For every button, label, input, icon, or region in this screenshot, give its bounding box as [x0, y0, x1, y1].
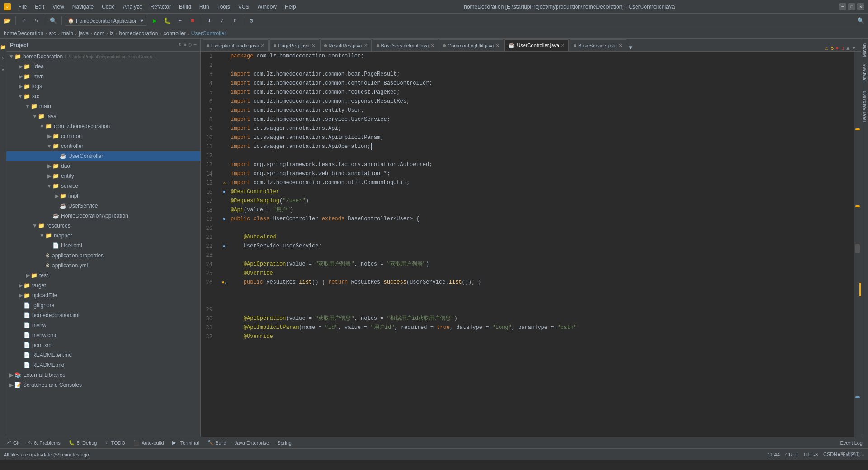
status-files-uptodate[interactable]: All files are up-to-date (59 minutes ago…	[4, 452, 91, 457]
git-update-btn[interactable]: ⬇	[204, 15, 215, 26]
tab-pagereq[interactable]: PageReq.java ✕	[269, 39, 319, 51]
tree-settings-btn[interactable]: ⚙	[189, 42, 192, 48]
problems-tab[interactable]: ⚠ 6: Problems	[24, 438, 64, 448]
tree-app-yml[interactable]: ⚙ application.yml	[6, 261, 200, 271]
tab-usercontroller[interactable]: ☕ UserController.java ✕	[504, 39, 569, 51]
code-content-area[interactable]: package com.lz.homedecoration.controller…	[229, 52, 854, 437]
tree-user-xml[interactable]: 📄 User.xml	[6, 241, 200, 251]
menu-analyze[interactable]: Analyze	[119, 2, 146, 12]
tree-userservice[interactable]: ☕ UserService	[6, 201, 200, 211]
bread-homedecoration[interactable]: homedecoration	[119, 30, 158, 37]
menu-file[interactable]: File	[14, 2, 30, 12]
tree-dao[interactable]: ▶ 📁 dao	[6, 161, 200, 171]
tree-impl[interactable]: ▶ 📁 impl	[6, 191, 200, 201]
editor-scrollbar[interactable]	[854, 52, 861, 437]
git-commit-btn[interactable]: ✓	[217, 15, 227, 26]
tree-mvn[interactable]: ▶ 📁 .mvn	[6, 71, 200, 81]
tree-service[interactable]: ▼ 📁 service	[6, 181, 200, 191]
spring-tab[interactable]: Spring	[274, 438, 295, 448]
tree-app-properties[interactable]: ⚙ application.properties	[6, 251, 200, 261]
menu-vcs[interactable]: VCS	[235, 2, 253, 12]
tree-src[interactable]: ▼ 📁 src	[6, 91, 200, 101]
run-config-selector[interactable]: 🏠 HomeDecorationApplication ▼	[65, 16, 147, 26]
tree-locate-btn[interactable]: ⊕	[178, 42, 181, 48]
close-tab-exceptionhandle[interactable]: ✕	[261, 43, 264, 48]
database-tab[interactable]: Database	[861, 62, 868, 86]
more-tabs-btn[interactable]: ▼	[629, 45, 632, 51]
debug-tab[interactable]: 🐛 5: Debug	[65, 438, 101, 448]
tree-gitignore[interactable]: 📄 .gitignore	[6, 300, 200, 310]
todo-tab[interactable]: ✓ TODO	[101, 438, 129, 448]
tree-collapse-btn[interactable]: ≡	[183, 42, 186, 48]
tree-pom-xml[interactable]: 📄 pom.xml	[6, 340, 200, 350]
project-icon[interactable]: 📁	[0, 43, 6, 52]
bean-validation-tab[interactable]: Bean Validation	[861, 88, 868, 125]
close-tab-baseservice[interactable]: ✕	[618, 43, 622, 48]
toolbar-open-btn[interactable]: 📂	[2, 15, 13, 26]
menu-run[interactable]: Run	[196, 2, 213, 12]
tree-java[interactable]: ▼ 📁 java	[6, 111, 200, 121]
tab-exceptionhandle[interactable]: ExceptionHandle.java ✕	[203, 39, 269, 51]
bread-home[interactable]: homeDecoration	[4, 30, 43, 37]
menu-navigate[interactable]: Navigate	[69, 2, 97, 12]
tree-readme-en[interactable]: 📄 README.en.md	[6, 350, 200, 360]
tree-iml[interactable]: 📄 homedecoration.iml	[6, 310, 200, 320]
tree-test[interactable]: ▶ 📁 test	[6, 271, 200, 280]
tree-idea[interactable]: ▶ 📁 .idea	[6, 62, 200, 71]
debug-button[interactable]: 🐛	[162, 15, 173, 26]
menu-window[interactable]: Window	[254, 2, 280, 12]
status-crlf[interactable]: CRLF	[785, 452, 798, 457]
tree-minimize-btn[interactable]: −	[193, 42, 197, 48]
tree-uploadfile[interactable]: ▶ 📁 uploadFile	[6, 290, 200, 300]
coverage-button[interactable]: ☂	[175, 15, 185, 26]
tree-external-libs[interactable]: ▶ 📚 External Libraries	[6, 370, 200, 380]
tree-root[interactable]: ▼ 📁 homeDecoration E:\startupProject\myp…	[6, 52, 200, 62]
tree-homedecorationapp[interactable]: ☕ HomeDecorationApplication	[6, 211, 200, 221]
tree-mapper[interactable]: ▼ 📁 mapper	[6, 231, 200, 241]
close-button[interactable]: ✕	[857, 3, 864, 10]
stop-button[interactable]: ■	[187, 15, 198, 26]
tree-mvnw[interactable]: 📄 mvnw	[6, 320, 200, 330]
git-push-btn[interactable]: ⬆	[229, 15, 240, 26]
maven-tab[interactable]: Maven	[861, 41, 868, 60]
tree-entity[interactable]: ▶ 📁 entity	[6, 171, 200, 181]
tab-baseservice[interactable]: BaseService.java ✕	[570, 39, 626, 51]
tree-readme[interactable]: 📄 README.md	[6, 360, 200, 370]
menu-build[interactable]: Build	[175, 2, 195, 12]
settings-btn[interactable]: ⚙	[246, 15, 257, 26]
tree-logs[interactable]: ▶ 📁 logs	[6, 81, 200, 91]
terminal-tab[interactable]: ▶_ Terminal	[169, 438, 203, 448]
menu-refactor[interactable]: Refactor	[147, 2, 175, 12]
tree-com-lz[interactable]: ▼ 📁 com.lz.homedecoration	[6, 121, 200, 131]
menu-edit[interactable]: Edit	[31, 2, 48, 12]
tree-controller[interactable]: ▼ 📁 controller	[6, 141, 200, 151]
tree-target[interactable]: ▶ 📁 target	[6, 280, 200, 290]
favorites-icon[interactable]: ★	[0, 64, 6, 73]
bread-controller[interactable]: controller	[164, 30, 186, 37]
event-log-tab[interactable]: Event Log	[836, 438, 866, 448]
java-enterprise-tab[interactable]: Java Enterprise	[231, 438, 273, 448]
status-charset[interactable]: UTF-8	[804, 452, 818, 457]
menu-view[interactable]: View	[49, 2, 68, 12]
tab-commonlogutil[interactable]: CommonLogUtil.java ✕	[439, 39, 503, 51]
tree-main[interactable]: ▼ 📁 main	[6, 101, 200, 111]
minimize-button[interactable]: —	[839, 3, 846, 10]
menu-code[interactable]: Code	[98, 2, 118, 12]
close-tab-pagereq[interactable]: ✕	[311, 43, 315, 48]
structure-icon[interactable]: ⚡	[0, 53, 6, 62]
close-tab-baseserviceimpl[interactable]: ✕	[430, 43, 434, 48]
git-tab[interactable]: ⎇ Git	[2, 438, 23, 448]
tree-usercontroller[interactable]: ☕ UserController	[6, 151, 200, 161]
menu-tools[interactable]: Tools	[214, 2, 234, 12]
close-tab-usercontroller[interactable]: ✕	[561, 43, 565, 48]
menu-help[interactable]: Help	[281, 2, 300, 12]
close-tab-resultres[interactable]: ✕	[364, 43, 368, 48]
toolbar-redo-btn[interactable]: ↪	[31, 15, 42, 26]
toolbar-search-btn[interactable]: 🔍	[48, 15, 59, 26]
toolbar-undo-btn[interactable]: ↩	[19, 15, 29, 26]
bread-main[interactable]: main	[61, 30, 73, 37]
tab-baseserviceimpl[interactable]: BaseServiceImpl.java ✕	[373, 39, 439, 51]
bread-java[interactable]: java	[79, 30, 89, 37]
tree-mvnw-cmd[interactable]: 📄 mvnw.cmd	[6, 330, 200, 340]
bread-lz[interactable]: lz	[110, 30, 114, 37]
